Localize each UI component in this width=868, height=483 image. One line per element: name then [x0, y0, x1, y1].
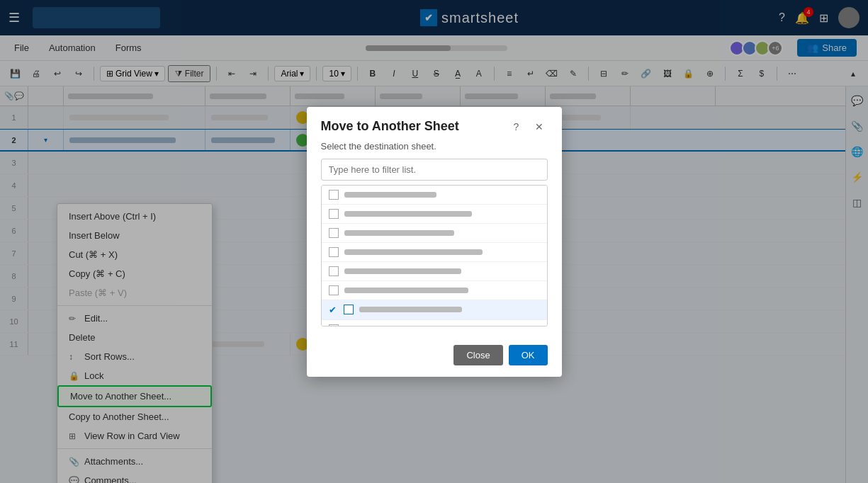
- sheet-list: ✔: [321, 185, 548, 326]
- sheet-checkbox-4[interactable]: [329, 247, 339, 257]
- modal-subtitle: Select the destination sheet.: [321, 141, 548, 152]
- modal-close-x-button[interactable]: ✕: [531, 118, 548, 135]
- checkmark-icon: ✔: [329, 305, 337, 315]
- list-item[interactable]: ✔: [322, 300, 547, 320]
- move-to-another-sheet-modal: Move to Another Sheet ? ✕ Select the des…: [307, 107, 562, 377]
- modal-title: Move to Another Sheet: [321, 119, 502, 134]
- sheet-checkbox-5[interactable]: [329, 266, 339, 276]
- list-item[interactable]: [322, 281, 547, 300]
- sheet-name-bar-3: [344, 230, 454, 236]
- modal-help-button[interactable]: ?: [508, 118, 525, 135]
- modal-header: Move to Another Sheet ? ✕: [307, 107, 562, 141]
- ok-button[interactable]: OK: [509, 345, 548, 365]
- list-item[interactable]: [322, 243, 547, 262]
- list-item[interactable]: [322, 262, 547, 281]
- modal-overlay[interactable]: Move to Another Sheet ? ✕ Select the des…: [0, 0, 868, 483]
- sheet-name-bar-6: [344, 288, 468, 293]
- sheet-checkbox-7[interactable]: [344, 305, 354, 314]
- sheet-name-bar-5: [344, 268, 461, 274]
- list-item[interactable]: [322, 186, 547, 205]
- sheet-checkbox-6[interactable]: [329, 285, 339, 295]
- sheet-filter-input[interactable]: [321, 159, 548, 181]
- list-item[interactable]: [322, 320, 547, 326]
- modal-footer: Close OK: [307, 338, 562, 377]
- sheet-name-bar-4: [344, 249, 483, 255]
- close-button[interactable]: Close: [453, 345, 502, 365]
- list-item[interactable]: [322, 205, 547, 224]
- list-item[interactable]: [322, 224, 547, 243]
- modal-body: Select the destination sheet.: [307, 141, 562, 338]
- sheet-name-bar-2: [344, 211, 472, 217]
- sheet-name-bar-1: [344, 192, 436, 198]
- sheet-checkbox-2[interactable]: [329, 209, 339, 219]
- sheet-name-bar-7: [359, 307, 462, 312]
- sheet-checkbox-1[interactable]: [329, 190, 339, 200]
- sheet-checkbox-8[interactable]: [329, 324, 339, 326]
- sheet-checkbox-3[interactable]: [329, 228, 339, 238]
